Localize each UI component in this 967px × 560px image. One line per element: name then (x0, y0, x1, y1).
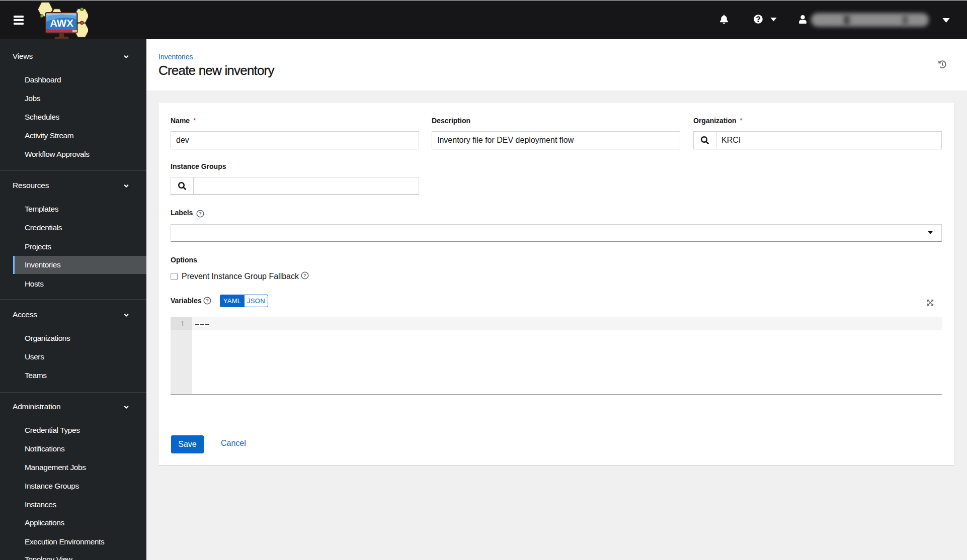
svg-text:?: ? (206, 298, 209, 303)
svg-text:?: ? (199, 211, 202, 216)
svg-text:?: ? (303, 272, 306, 278)
svg-text:AWX: AWX (50, 17, 73, 29)
